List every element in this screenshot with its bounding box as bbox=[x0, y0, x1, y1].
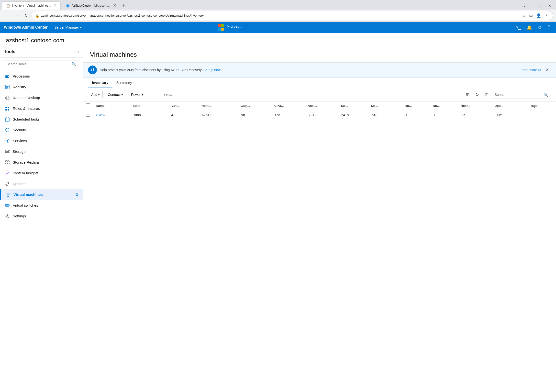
services-icon bbox=[5, 138, 10, 143]
sidebar-item-label-storage: Storage bbox=[13, 149, 78, 154]
tab-close-2[interactable]: ✕ bbox=[113, 4, 116, 8]
col-name[interactable]: Name ↑ bbox=[93, 101, 130, 110]
settings-button[interactable]: ⚙ bbox=[536, 23, 544, 32]
sidebar-item-settings[interactable]: Settings bbox=[0, 211, 83, 222]
col-nu2[interactable]: Nu... bbox=[430, 101, 458, 110]
more-button[interactable]: ··· bbox=[148, 91, 158, 99]
filter-button[interactable]: ⧖ bbox=[483, 91, 490, 98]
power-chevron: ▾ bbox=[142, 93, 143, 96]
select-all-header[interactable] bbox=[83, 101, 93, 110]
browser-tab-2[interactable]: 🔷 AzStackCluster - Microsoft Azure ✕ bbox=[62, 1, 120, 10]
server-manager-button[interactable]: Server Manager ▾ bbox=[54, 25, 81, 29]
sidebar-item-label-updates: Updates bbox=[13, 182, 78, 186]
col-hear[interactable]: Hear... bbox=[458, 101, 491, 110]
terminal-button[interactable]: >_ bbox=[514, 23, 523, 31]
col-cpu[interactable]: CPU... bbox=[271, 101, 305, 110]
set-up-now-link[interactable]: Set up now bbox=[203, 68, 221, 72]
lock-icon: 🔒 bbox=[35, 14, 39, 18]
col-state[interactable]: State bbox=[130, 101, 168, 110]
sidebar-collapse-button[interactable]: ‹ bbox=[77, 49, 79, 55]
sidebar-item-label-registry: Registry bbox=[13, 85, 78, 89]
window-close-button[interactable]: ✕ bbox=[545, 2, 554, 9]
select-all-checkbox[interactable] bbox=[86, 103, 90, 107]
svg-rect-29 bbox=[7, 194, 10, 195]
col-host[interactable]: Host... bbox=[199, 101, 238, 110]
cell-name[interactable]: GW02 bbox=[93, 110, 130, 120]
col-nu1[interactable]: Nu... bbox=[402, 101, 430, 110]
table-search-input[interactable] bbox=[492, 91, 541, 98]
svg-rect-0 bbox=[5, 75, 9, 76]
tab-favicon-2: 🔷 bbox=[66, 4, 70, 8]
content-tabs: Inventory Summary bbox=[83, 78, 556, 88]
menu-icon[interactable]: ⋮ bbox=[544, 13, 549, 18]
virtual-switches-icon bbox=[5, 203, 10, 208]
col-me2[interactable]: Me... bbox=[368, 101, 402, 110]
row-checkbox[interactable] bbox=[86, 113, 90, 117]
sidebar-item-updates[interactable]: Updates bbox=[0, 179, 83, 189]
sidebar-item-processes[interactable]: Processes bbox=[0, 71, 83, 82]
reload-button[interactable]: ↻ bbox=[22, 12, 30, 19]
content-area: Virtual machines ↺ Help protect your VMs… bbox=[83, 46, 556, 392]
tab-close-1[interactable]: ✕ bbox=[53, 4, 56, 8]
refresh-button[interactable]: ↻ bbox=[473, 91, 481, 98]
col-upti[interactable]: Upti... bbox=[491, 101, 527, 110]
search-tools-button[interactable]: 🔍 bbox=[69, 60, 79, 68]
bookmark-icon[interactable]: ☆ bbox=[521, 13, 527, 18]
profile-icon[interactable]: 👤 bbox=[535, 13, 542, 18]
cell-hear: OK bbox=[458, 110, 491, 120]
sidebar-item-registry[interactable]: Registry bbox=[0, 82, 83, 92]
sidebar-item-label-remote-desktop: Remote Desktop bbox=[13, 96, 78, 100]
col-virt[interactable]: Virt... bbox=[168, 101, 199, 110]
remote-desktop-icon bbox=[5, 95, 10, 100]
sidebar-item-storage-replica[interactable]: Storage Replica bbox=[0, 157, 83, 168]
sidebar-item-system-insights[interactable]: System Insights bbox=[0, 168, 83, 179]
window-chevron-button[interactable]: ⌄ bbox=[520, 2, 529, 9]
svg-rect-24 bbox=[5, 161, 7, 162]
learn-more-link[interactable]: Learn more ⧉ bbox=[520, 68, 541, 72]
table-toolbar: Add ▾ Connect ▾ Power ▾ ··· 1 item ⊞ ↻ ⧖ bbox=[83, 88, 556, 101]
power-button[interactable]: Power ▾ bbox=[128, 91, 146, 98]
cell-state: Runni... bbox=[130, 110, 168, 120]
connect-button[interactable]: Connect ▾ bbox=[105, 91, 126, 98]
cell-tags bbox=[527, 110, 556, 120]
search-tools-input[interactable] bbox=[4, 61, 69, 67]
sidebar-item-virtual-machines[interactable]: Virtual machines ⧉ bbox=[0, 189, 83, 200]
svg-rect-27 bbox=[8, 163, 9, 164]
sidebar-item-scheduled-tasks[interactable]: Scheduled tasks bbox=[0, 114, 83, 125]
window-maximize-button[interactable]: □ bbox=[537, 2, 545, 9]
back-button[interactable]: ← bbox=[3, 12, 11, 19]
columns-button[interactable]: ⊞ bbox=[464, 91, 471, 98]
tab-favicon-1: 📋 bbox=[6, 4, 10, 8]
window-minimize-button[interactable]: ─ bbox=[529, 2, 537, 9]
browser-tab-active[interactable]: 📋 Inventory - Virtual machines - Se... ✕ bbox=[2, 1, 61, 10]
sidebar-title: Tools bbox=[4, 49, 15, 54]
col-tags[interactable]: Tags bbox=[527, 101, 556, 110]
split-view-icon[interactable]: ▭ bbox=[528, 13, 534, 18]
server-hostname: azshost1.contoso.com bbox=[6, 37, 550, 44]
forward-button[interactable]: → bbox=[13, 12, 21, 19]
sidebar-item-roles-features[interactable]: Roles & features bbox=[0, 103, 83, 114]
sidebar-item-security[interactable]: Security bbox=[0, 125, 83, 135]
col-me1[interactable]: Me... bbox=[338, 101, 368, 110]
banner-close-button[interactable]: ✕ bbox=[544, 67, 551, 73]
sidebar-item-remote-desktop[interactable]: Remote Desktop bbox=[0, 92, 83, 103]
new-tab-button[interactable]: + bbox=[120, 2, 127, 9]
sidebar-item-label-virtual-switches: Virtual switches bbox=[13, 203, 78, 207]
svg-rect-26 bbox=[5, 163, 7, 164]
sidebar-item-storage[interactable]: Storage bbox=[0, 146, 83, 157]
sidebar-item-label-processes: Processes bbox=[13, 74, 78, 78]
sidebar-item-services[interactable]: Services bbox=[0, 135, 83, 146]
table-search-button[interactable]: 🔍 bbox=[541, 91, 551, 99]
registry-icon bbox=[5, 85, 10, 90]
vm-name-link[interactable]: GW02 bbox=[96, 113, 106, 117]
banner-text: Help protect your VMs from disasters by … bbox=[100, 68, 517, 72]
add-button[interactable]: Add ▾ bbox=[88, 91, 103, 98]
sidebar-item-virtual-switches[interactable]: Virtual switches bbox=[0, 200, 83, 211]
storage-replica-icon bbox=[5, 160, 10, 165]
tab-inventory[interactable]: Inventory bbox=[88, 78, 112, 88]
tab-summary[interactable]: Summary bbox=[112, 78, 136, 88]
notifications-button[interactable]: 🔔 bbox=[525, 23, 534, 32]
col-assi[interactable]: Assi... bbox=[305, 101, 338, 110]
help-button[interactable]: ? bbox=[546, 23, 552, 31]
col-clus[interactable]: Clus... bbox=[238, 101, 271, 110]
